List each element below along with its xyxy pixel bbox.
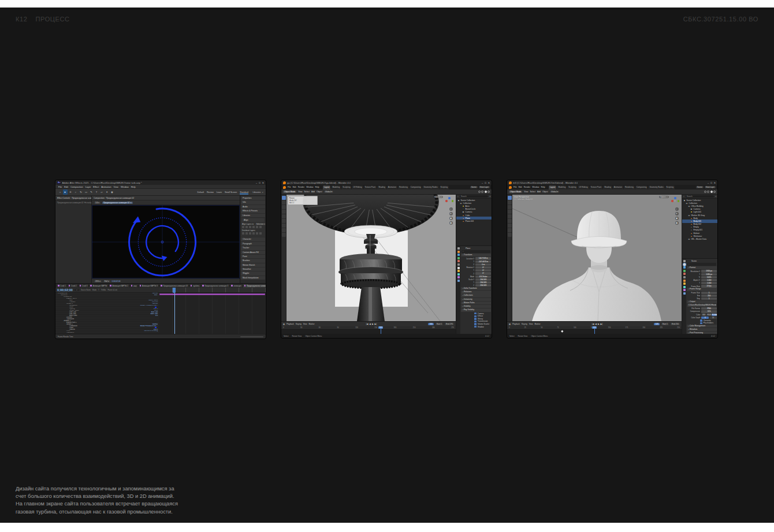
menu-item[interactable]: Help	[541, 186, 545, 188]
section-header[interactable]: Motion Paths	[461, 302, 491, 304]
view-layer-selector[interactable]: View Layer	[705, 186, 716, 188]
menu-item[interactable]: Composition	[70, 185, 83, 188]
viewport-menu-item[interactable]: Object	[317, 191, 322, 193]
panel-header[interactable]: Properties	[241, 196, 265, 200]
timeline-menu-item[interactable]: Playback	[286, 323, 294, 325]
search-icon[interactable]: ⌕	[683, 195, 684, 198]
property-row[interactable]: Compression15%	[687, 310, 717, 313]
panel-header[interactable]: Character	[241, 237, 265, 241]
property-row[interactable]: Frame Start1	[687, 292, 717, 295]
viewport-menu-item[interactable]: View	[524, 191, 528, 193]
viewport-toolbar[interactable]	[281, 195, 286, 321]
playback-controls[interactable]: |◀◀▶▶|	[592, 323, 602, 325]
panel-header[interactable]: Paint	[241, 255, 265, 258]
panel-header[interactable]: Smoother	[241, 267, 265, 271]
search-icon[interactable]: ⌕	[262, 191, 263, 194]
section-header[interactable]: Metadata	[687, 328, 717, 331]
frame-start-field[interactable]: Start 1	[661, 323, 669, 325]
composition-pill[interactable]: Предзагрузочная анимация 02 ✕	[102, 202, 133, 204]
search-icon[interactable]: ⌕	[457, 195, 459, 198]
timeline-zoom-slider[interactable]	[240, 336, 263, 337]
align-panel-header[interactable]: Align	[242, 218, 264, 222]
workspace-tab[interactable]: Compositing	[410, 185, 422, 189]
playback-controls[interactable]: |◀◀▶▶|	[366, 323, 377, 325]
property-row[interactable]: Location X144.7518 m	[461, 257, 491, 260]
current-frame-field[interactable]: 155	[428, 323, 433, 325]
frame-start-field[interactable]: Start 1	[436, 323, 443, 325]
composition-tab[interactable]: Анимация КАРТЫ	[89, 284, 108, 288]
workspace-tab[interactable]: UV Editing	[352, 185, 363, 189]
timeline-menu-item[interactable]: View	[303, 323, 307, 325]
workspace-tab[interactable]: Standard	[240, 191, 248, 194]
tool-icon[interactable]: ▱	[99, 189, 104, 195]
zoom-level-dropdown[interactable]: 25% ▾	[94, 280, 102, 282]
timeline-menu-item[interactable]: Playback	[512, 323, 520, 325]
composition-tab[interactable]: Слой 2	[68, 284, 78, 288]
options-dropdown[interactable]: Options ˅	[659, 196, 669, 198]
property-row[interactable]: %100%	[687, 276, 717, 279]
workspace-tab[interactable]: Learn	[217, 191, 222, 194]
mode-dropdown[interactable]: Object Mode	[283, 191, 296, 193]
property-row[interactable]: Y294.583	[461, 281, 491, 284]
checkbox[interactable]	[474, 318, 476, 319]
workspace-tab[interactable]: Animation	[387, 185, 397, 189]
panel-header[interactable]: Libraries	[241, 214, 265, 217]
workspace-tab[interactable]: Animation	[613, 185, 623, 189]
editor-type-icon[interactable]: ▦	[283, 323, 285, 325]
quality-dropdown[interactable]: 1/4 ▾	[94, 202, 101, 204]
timeline-ruler[interactable]: 0306090120150180210240270 155	[281, 326, 456, 334]
menu-item[interactable]: Edit	[64, 185, 68, 188]
workspace-tab[interactable]: Sculpting	[341, 185, 351, 189]
frame-range-section-header[interactable]: Frame Range	[687, 288, 717, 291]
menu-item[interactable]: Effect	[93, 185, 99, 188]
property-row[interactable]: Resolution X1920 px	[687, 270, 717, 273]
distribute-buttons[interactable]	[242, 232, 264, 235]
viewport-nav-buttons[interactable]: ⌕✛▣▦	[675, 207, 679, 225]
composition-tab[interactable]: Анимация КАРТЫ 2	[109, 284, 129, 288]
checkbox[interactable]	[474, 321, 476, 322]
property-row[interactable]: Y1080 px	[687, 273, 717, 276]
property-row[interactable]: Z0 m	[461, 263, 491, 266]
property-row[interactable]: Step1	[687, 297, 717, 300]
composition-tab[interactable]: Composition · Предзагрузочная анимация 0…	[92, 196, 240, 200]
view-layer-selector[interactable]: View Layer	[479, 186, 490, 188]
tool-icon[interactable]: ⌂	[58, 189, 62, 195]
workspace-tab[interactable]: Layout	[323, 185, 331, 189]
outliner-item[interactable]: Plane.001	[456, 220, 492, 222]
mode-dropdown[interactable]: Object Mode	[509, 191, 522, 193]
property-row[interactable]: Rotation X0°	[461, 266, 491, 269]
workspace-tab[interactable]: Geometry Nodes	[422, 185, 438, 189]
time-ruler[interactable]	[159, 288, 266, 292]
transform-section-header[interactable]: Transform	[461, 254, 491, 256]
viewport-menu-item[interactable]: Add	[311, 191, 315, 193]
composition-tab[interactable]: Предзагрузочная анимация 03	[159, 284, 189, 288]
maximize-button[interactable]: □	[485, 181, 486, 184]
viewport-3d-turbine[interactable]: Rotate Angle 90°Axis Z Options ˅ ⌕✛▣▦	[286, 195, 456, 321]
layer-duration-bar[interactable]	[159, 293, 265, 295]
checkbox[interactable]	[474, 312, 476, 314]
panel-header[interactable]: Motion Sketch	[241, 263, 265, 267]
color-mode-option[interactable]: RGB	[706, 314, 712, 316]
composition-tab[interactable]: Слой 3	[79, 284, 89, 288]
checkbox[interactable]	[700, 322, 702, 324]
menu-item[interactable]: Layer	[85, 185, 91, 188]
menu-item[interactable]: Help	[131, 185, 136, 188]
transform-orientation-dropdown[interactable]: Global ▾	[324, 191, 333, 193]
close-button[interactable]: ✕	[262, 181, 264, 184]
section-header[interactable]: Instancing	[461, 298, 491, 301]
workspace-tab[interactable]: Modeling	[331, 185, 341, 189]
viewport-toolbar[interactable]	[507, 195, 512, 321]
property-row[interactable]: Y-107.4673 m	[461, 260, 491, 263]
viewport-menu-item[interactable]: Object	[542, 191, 548, 193]
viewer-timecode[interactable]: 0;00;02;00	[112, 280, 121, 282]
workspace-tab[interactable]: Layout	[549, 185, 557, 189]
align-target-dropdown[interactable]: Selection ▾	[255, 223, 266, 225]
timeline-search-field[interactable]: ⌕	[75, 289, 79, 291]
property-row[interactable]: End250	[687, 295, 717, 297]
tool-icon[interactable]: ◉	[110, 189, 114, 195]
align-buttons[interactable]	[242, 226, 264, 228]
tool-icon[interactable]: T	[94, 189, 99, 195]
workspace-tab[interactable]: Scripting	[440, 185, 449, 189]
panel-header[interactable]: Info	[241, 200, 265, 204]
outliner-search-field[interactable]: Search	[460, 195, 489, 198]
